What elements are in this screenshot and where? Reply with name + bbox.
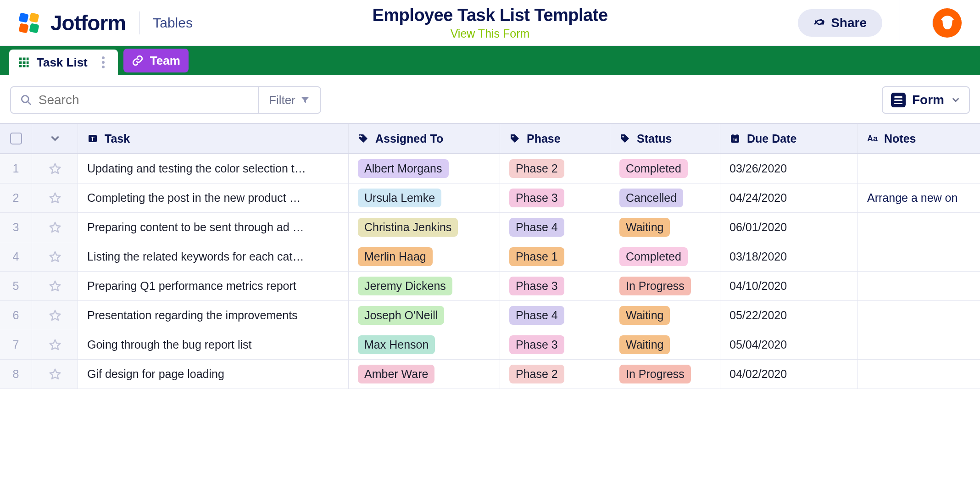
status-cell[interactable]: Cancelled (610, 183, 720, 213)
table-row[interactable]: 1Updating and testing the color selectio… (0, 154, 980, 183)
assigned-cell[interactable]: Max Henson (349, 330, 500, 360)
table-row[interactable]: 4Listing the related keywords for each c… (0, 242, 980, 272)
col-assigned[interactable]: Assigned To (349, 124, 500, 153)
table-row[interactable]: 6Presentation regarding the improvements… (0, 301, 980, 330)
logo[interactable]: Jotform (0, 11, 126, 35)
svg-text:T: T (91, 135, 95, 142)
due-cell[interactable]: 04/24/2020 (720, 183, 858, 213)
tab-team[interactable]: Team (123, 49, 189, 72)
star-button[interactable] (32, 183, 78, 213)
table-row[interactable]: 5Preparing Q1 performance metrics report… (0, 272, 980, 301)
notes-cell[interactable] (858, 272, 980, 301)
section-label[interactable]: Tables (153, 15, 193, 31)
task-cell[interactable]: Completing the post in the new product … (78, 183, 349, 213)
star-button[interactable] (32, 213, 78, 242)
col-label: Status (637, 132, 672, 145)
notes-cell[interactable] (858, 360, 980, 389)
task-cell[interactable]: Updating and testing the color selection… (78, 154, 349, 183)
phase-cell[interactable]: Phase 3 (500, 183, 610, 213)
tab-task-list[interactable]: Task List (9, 50, 118, 75)
table-row[interactable]: 2Completing the post in the new product … (0, 183, 980, 213)
table-row[interactable]: 8Gif design for page loadingAmber WarePh… (0, 360, 980, 389)
notes-cell[interactable] (858, 330, 980, 360)
share-button[interactable]: Share (798, 9, 882, 37)
assigned-cell[interactable]: Joseph O'Neill (349, 301, 500, 330)
star-button[interactable] (32, 154, 78, 183)
col-phase[interactable]: Phase (500, 124, 610, 153)
task-cell[interactable]: Presentation regarding the improvements (78, 301, 349, 330)
task-cell[interactable]: Preparing content to be sent through ad … (78, 213, 349, 242)
phase-cell[interactable]: Phase 2 (500, 154, 610, 183)
assigned-cell[interactable]: Ursula Lemke (349, 183, 500, 213)
due-cell[interactable]: 04/10/2020 (720, 272, 858, 301)
form-view-button[interactable]: Form (882, 86, 970, 114)
phase-cell[interactable]: Phase 3 (500, 272, 610, 301)
col-due[interactable]: 10 Due Date (720, 124, 858, 153)
table-row[interactable]: 7Going through the bug report listMax He… (0, 330, 980, 360)
due-cell[interactable]: 06/01/2020 (720, 213, 858, 242)
due-cell[interactable]: 03/26/2020 (720, 154, 858, 183)
star-button[interactable] (32, 301, 78, 330)
status-cell[interactable]: Waiting (610, 301, 720, 330)
status-cell[interactable]: Completed (610, 242, 720, 272)
task-cell[interactable]: Going through the bug report list (78, 330, 349, 360)
star-icon (48, 338, 62, 352)
due-cell[interactable]: 03/18/2020 (720, 242, 858, 272)
phase-pill: Phase 2 (509, 159, 564, 178)
select-all-cell[interactable] (0, 124, 32, 153)
status-cell[interactable]: Waiting (610, 213, 720, 242)
star-button[interactable] (32, 272, 78, 301)
search-input[interactable] (39, 93, 249, 107)
assigned-cell[interactable]: Jeremy Dickens (349, 272, 500, 301)
phase-cell[interactable]: Phase 2 (500, 360, 610, 389)
col-task[interactable]: T Task (78, 124, 349, 153)
assigned-cell[interactable]: Albert Morgans (349, 154, 500, 183)
svg-text:10: 10 (733, 138, 737, 142)
row-number: 5 (0, 272, 32, 301)
star-button[interactable] (32, 360, 78, 389)
assigned-cell[interactable]: Merlin Haag (349, 242, 500, 272)
col-status[interactable]: Status (610, 124, 720, 153)
star-button[interactable] (32, 242, 78, 272)
link-icon (132, 55, 144, 67)
due-cell[interactable]: 05/04/2020 (720, 330, 858, 360)
avatar[interactable] (932, 8, 962, 38)
checkbox-icon[interactable] (10, 133, 22, 144)
status-cell[interactable]: In Progress (610, 360, 720, 389)
title-block: Employee Task List Template View This Fo… (372, 5, 607, 41)
status-pill: Waiting (619, 306, 670, 325)
phase-cell[interactable]: Phase 4 (500, 301, 610, 330)
view-form-link[interactable]: View This Form (372, 27, 607, 40)
phase-cell[interactable]: Phase 1 (500, 242, 610, 272)
notes-cell[interactable]: Arrange a new on (858, 183, 980, 213)
assignee-pill: Christina Jenkins (358, 218, 458, 237)
notes-cell[interactable] (858, 213, 980, 242)
task-cell[interactable]: Listing the related keywords for each ca… (78, 242, 349, 272)
phase-cell[interactable]: Phase 4 (500, 213, 610, 242)
assignee-pill: Merlin Haag (358, 247, 433, 266)
expand-header[interactable] (32, 124, 78, 153)
notes-cell[interactable] (858, 242, 980, 272)
jotform-icon (17, 11, 40, 34)
filter-button[interactable]: Filter (258, 87, 320, 113)
search-box[interactable] (11, 87, 258, 113)
assigned-cell[interactable]: Christina Jenkins (349, 213, 500, 242)
header-actions: Share (798, 0, 980, 46)
status-cell[interactable]: Waiting (610, 330, 720, 360)
task-cell[interactable]: Gif design for page loading (78, 360, 349, 389)
table-row[interactable]: 3Preparing content to be sent through ad… (0, 213, 980, 242)
due-cell[interactable]: 04/02/2020 (720, 360, 858, 389)
phase-cell[interactable]: Phase 3 (500, 330, 610, 360)
tab-options-button[interactable] (97, 56, 110, 68)
due-cell[interactable]: 05/22/2020 (720, 301, 858, 330)
star-button[interactable] (32, 330, 78, 360)
notes-cell[interactable] (858, 301, 980, 330)
col-label: Phase (527, 132, 561, 145)
share-label: Share (831, 16, 867, 30)
assigned-cell[interactable]: Amber Ware (349, 360, 500, 389)
status-cell[interactable]: In Progress (610, 272, 720, 301)
col-notes[interactable]: Aa Notes (858, 124, 980, 153)
notes-cell[interactable] (858, 154, 980, 183)
task-cell[interactable]: Preparing Q1 performance metrics report (78, 272, 349, 301)
status-cell[interactable]: Completed (610, 154, 720, 183)
